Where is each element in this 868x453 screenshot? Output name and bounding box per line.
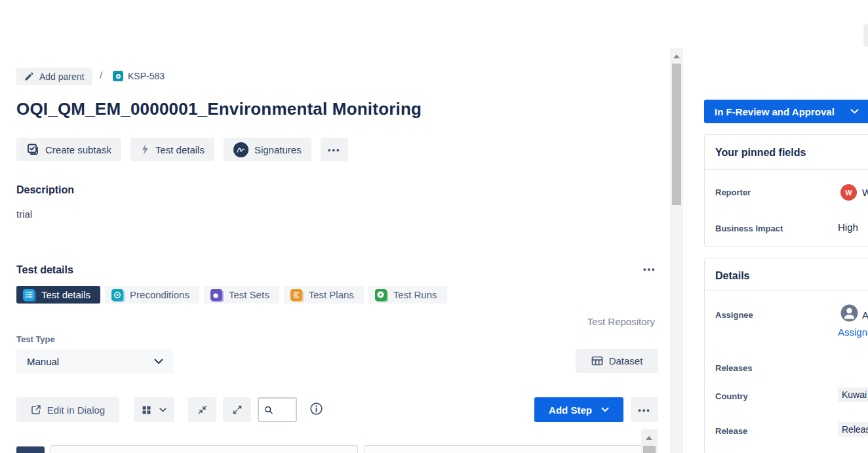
window-scrollbar-fragment[interactable] bbox=[863, 24, 868, 47]
open-dialog-icon bbox=[31, 404, 41, 415]
country-label: Country bbox=[715, 391, 748, 401]
signature-icon bbox=[233, 142, 248, 157]
assignee-name: A bbox=[862, 309, 868, 321]
subtask-checkbox-icon bbox=[26, 143, 39, 156]
tab-label: Test Runs bbox=[393, 289, 437, 300]
issue-view-page: Add parent / KSP-583 OQI_QM_EM_0000001_E… bbox=[0, 0, 868, 453]
tab-label: Test details bbox=[41, 289, 90, 300]
test-repository-link[interactable]: Test Repository bbox=[587, 316, 655, 327]
test-details-more-button[interactable]: ••• bbox=[643, 264, 656, 274]
test-issue-type-icon bbox=[113, 71, 123, 81]
add-parent-label: Add parent bbox=[39, 71, 85, 82]
chevron-down-icon bbox=[159, 408, 167, 412]
ellipsis-icon: ••• bbox=[638, 405, 651, 415]
release-label: Release bbox=[715, 426, 747, 436]
edit-in-dialog-button[interactable]: Edit in Dialog bbox=[16, 397, 119, 422]
expand-icon bbox=[232, 404, 243, 415]
breadcrumb-issue-key[interactable]: KSP-583 bbox=[128, 71, 165, 81]
description-text[interactable]: trial bbox=[16, 208, 32, 220]
person-icon bbox=[840, 304, 858, 322]
test-details-button-label: Test details bbox=[155, 144, 205, 155]
search-input[interactable] bbox=[276, 404, 290, 415]
divider bbox=[705, 169, 868, 170]
business-impact-label: Business Impact bbox=[715, 224, 783, 233]
add-parent-button[interactable]: Add parent bbox=[16, 68, 92, 85]
steps-info-icon[interactable] bbox=[309, 402, 323, 418]
scroll-up-arrow-icon[interactable] bbox=[673, 54, 680, 58]
assignee-avatar[interactable] bbox=[840, 304, 858, 322]
edit-in-dialog-label: Edit in Dialog bbox=[47, 404, 105, 416]
tab-test-details[interactable]: Test details bbox=[16, 286, 100, 304]
status-dropdown-button[interactable]: In F-Review and Approval bbox=[704, 100, 868, 123]
assign-to-me-link[interactable]: Assign bbox=[838, 326, 867, 338]
signatures-label: Signatures bbox=[254, 144, 302, 155]
country-value-tag[interactable]: Kuwai bbox=[838, 387, 868, 402]
action-bar: Create subtask Test details Signatures •… bbox=[16, 138, 348, 161]
test-type-label: Test Type bbox=[16, 334, 55, 344]
dataset-button[interactable]: Dataset bbox=[576, 349, 658, 373]
chevron-down-icon bbox=[850, 109, 859, 114]
test-set-icon bbox=[210, 289, 222, 301]
test-plan-icon bbox=[290, 289, 302, 301]
chevron-down-icon bbox=[154, 359, 163, 364]
steps-scrollbar[interactable] bbox=[641, 429, 658, 453]
more-actions-button[interactable]: ••• bbox=[321, 138, 348, 161]
signatures-button[interactable]: Signatures bbox=[224, 138, 311, 161]
pinned-fields-panel: Your pinned fields Reporter W W Business… bbox=[704, 134, 868, 247]
expand-all-button[interactable] bbox=[223, 397, 251, 422]
tab-test-plans[interactable]: Test Plans bbox=[284, 286, 364, 304]
table-grid-icon bbox=[591, 355, 603, 366]
pencil-icon bbox=[24, 72, 33, 81]
precondition-icon bbox=[111, 289, 123, 301]
status-label: In F-Review and Approval bbox=[715, 106, 835, 117]
divider bbox=[705, 290, 868, 291]
test-details-heading: Test details bbox=[16, 264, 73, 276]
steps-more-button[interactable]: ••• bbox=[631, 397, 658, 422]
tab-label: Test Plans bbox=[309, 289, 354, 300]
steps-table-header-cell bbox=[50, 445, 358, 453]
test-run-icon bbox=[375, 289, 387, 301]
add-step-button[interactable]: Add Step bbox=[534, 397, 623, 422]
tab-preconditions[interactable]: Preconditions bbox=[105, 286, 199, 304]
tab-test-runs[interactable]: Test Runs bbox=[368, 286, 447, 304]
tab-label: Preconditions bbox=[130, 289, 189, 300]
tab-test-sets[interactable]: Test Sets bbox=[204, 286, 279, 304]
reporter-avatar[interactable]: W bbox=[840, 184, 857, 201]
test-type-value: Manual bbox=[27, 356, 59, 367]
business-impact-value[interactable]: High bbox=[838, 222, 858, 233]
breadcrumb-separator: / bbox=[100, 69, 102, 81]
list-icon bbox=[23, 289, 35, 301]
scrollbar-thumb[interactable] bbox=[672, 64, 681, 205]
scrollbar-thumb[interactable] bbox=[643, 446, 656, 453]
test-type-select[interactable]: Manual bbox=[16, 349, 174, 374]
steps-table-header-dark-cell bbox=[16, 446, 45, 453]
assignee-label: Assignee bbox=[715, 310, 753, 320]
create-subtask-button[interactable]: Create subtask bbox=[16, 138, 121, 161]
scroll-up-arrow-icon[interactable] bbox=[646, 436, 652, 440]
releases-label: Releases bbox=[715, 363, 752, 373]
ellipsis-icon: ••• bbox=[328, 145, 341, 155]
test-details-button[interactable]: Test details bbox=[130, 138, 214, 161]
tab-label: Test Sets bbox=[229, 289, 269, 300]
step-search[interactable] bbox=[258, 397, 297, 422]
grid-view-icon bbox=[142, 405, 151, 415]
view-layout-dropdown[interactable] bbox=[134, 397, 174, 422]
details-heading: Details bbox=[705, 258, 868, 282]
reporter-label: Reporter bbox=[715, 187, 751, 197]
create-subtask-label: Create subtask bbox=[45, 144, 111, 155]
test-details-tabs: Test details Preconditions Test Sets Tes… bbox=[16, 286, 447, 304]
pinned-fields-heading: Your pinned fields bbox=[705, 135, 868, 159]
details-panel: Details Assignee A Assign Releases Count… bbox=[704, 258, 868, 453]
steps-table-header-cell bbox=[365, 445, 658, 453]
description-heading: Description bbox=[16, 184, 74, 196]
collapse-icon bbox=[197, 404, 208, 415]
add-step-label: Add Step bbox=[549, 404, 592, 416]
reporter-name: W bbox=[862, 187, 868, 198]
lightning-icon bbox=[140, 144, 149, 155]
dataset-label: Dataset bbox=[609, 355, 643, 366]
collapse-all-button[interactable] bbox=[188, 397, 216, 422]
chevron-down-icon bbox=[601, 407, 609, 412]
search-icon bbox=[264, 404, 273, 416]
release-value-tag[interactable]: Releas bbox=[838, 422, 868, 437]
page-scrollbar[interactable] bbox=[670, 48, 683, 453]
